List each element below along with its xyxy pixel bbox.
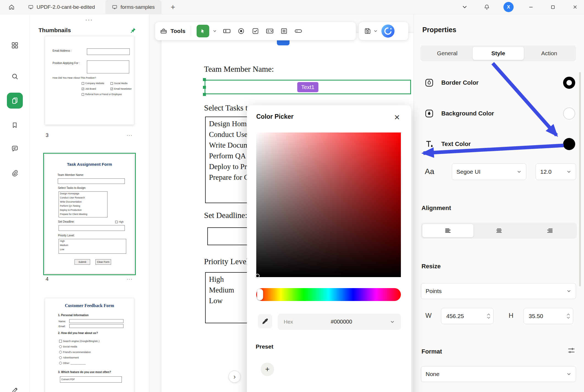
add-preset-button[interactable]: + (261, 363, 274, 376)
select-tool-button[interactable] (197, 25, 209, 37)
width-input[interactable]: 456.25 (441, 308, 494, 324)
radio-button-tool[interactable] (237, 27, 246, 35)
grid-icon (11, 42, 19, 49)
eyedropper-button[interactable] (258, 314, 272, 328)
chevron-down-icon (566, 289, 571, 294)
comment-icon (11, 145, 19, 153)
border-color-swatch[interactable] (563, 77, 575, 89)
page-3-more-button[interactable]: ··· (126, 132, 133, 138)
dropdown-field-icon (266, 27, 274, 35)
tab-style[interactable]: Style (473, 47, 524, 60)
signature-tool-button[interactable] (9, 384, 21, 392)
form-title: Customer Feedback Form (45, 303, 134, 308)
resize-unit-select[interactable]: Points (421, 283, 576, 299)
attachments-button[interactable] (9, 167, 21, 179)
button-tool[interactable] (294, 27, 303, 35)
minimize-button[interactable] (526, 2, 536, 12)
alignment-label: Alignment (422, 205, 451, 212)
page-5-thumbnail[interactable]: Customer Feedback Form 1. Personal Infor… (45, 298, 134, 392)
pages-icon (11, 96, 19, 105)
width-value: 456.25 (446, 313, 464, 319)
maximize-button[interactable] (548, 2, 558, 12)
color-cursor[interactable] (255, 274, 260, 278)
color-picker-dialog: Color Picker ✕ Hex #000000 Preset + (247, 105, 411, 392)
resize-handle[interactable] (203, 86, 206, 89)
align-right-button[interactable] (524, 224, 575, 237)
form-label: Priority Level: (58, 234, 75, 237)
hex-input[interactable]: Hex #000000 (278, 314, 401, 330)
align-center-button[interactable] (473, 224, 525, 237)
comments-button[interactable] (9, 143, 21, 155)
width-stepper[interactable] (487, 313, 491, 319)
hue-cursor[interactable] (257, 289, 263, 300)
tab-general[interactable]: General (422, 47, 473, 60)
align-left-button[interactable] (422, 224, 473, 237)
resize-handle[interactable] (203, 78, 206, 81)
secondary-toolbar (359, 22, 409, 40)
align-left-icon (444, 227, 451, 234)
page-3-thumbnail[interactable]: Email Address : Position Applying For : … (45, 36, 134, 125)
bookmarks-button[interactable] (9, 119, 21, 131)
chevron-down-icon (390, 319, 395, 324)
document-tab-icon (28, 4, 34, 10)
page-4-more-button[interactable]: ··· (126, 276, 133, 282)
tabs-dropdown-button[interactable] (459, 2, 470, 12)
thumbnails-panel-title: Thumbnails (38, 27, 71, 34)
expand-page-controls-button[interactable]: › (228, 371, 241, 383)
text-color-swatch[interactable] (563, 138, 575, 150)
resize-label: Resize (422, 263, 441, 270)
height-input[interactable]: 35.50 (524, 308, 573, 324)
home-button[interactable] (5, 1, 18, 13)
text-color-label: Text Color (441, 140, 471, 148)
properties-panel: Properties General Style Action Border C… (414, 14, 584, 392)
format-select[interactable]: None (421, 366, 576, 382)
panels-grid-button[interactable] (9, 39, 21, 51)
page-number: 4 (46, 276, 49, 282)
titlebar: UPDF-2.0-cant-be-edited forms-samples + … (0, 0, 584, 14)
checkbox-option: Referral from a Friend or Employee (82, 93, 122, 96)
checkbox-tool[interactable] (251, 27, 260, 35)
resize-handle[interactable] (203, 93, 206, 96)
font-family-value: Segoe UI (456, 169, 481, 175)
page-4-thumbnail[interactable]: Task Assignment Form Team Member Name: S… (45, 154, 134, 274)
panel-scrollbar[interactable] (579, 72, 581, 286)
hue-slider[interactable] (256, 288, 401, 301)
maximize-icon (550, 5, 555, 10)
format-options-icon[interactable] (567, 346, 576, 355)
tab-action[interactable]: Action (524, 47, 575, 60)
submit-button: Submit (75, 259, 90, 265)
text-field-selected[interactable]: Text1 (205, 80, 411, 94)
chevron-down-icon (462, 4, 467, 10)
font-size-select[interactable]: 12.0 (536, 163, 576, 180)
app-window: UPDF-2.0-cant-be-edited forms-samples + … (0, 0, 584, 392)
new-tab-button[interactable]: + (168, 3, 178, 12)
tab-forms-samples[interactable]: forms-samples (105, 0, 161, 14)
saturation-value-area[interactable] (256, 132, 401, 277)
height-stepper[interactable] (566, 313, 570, 319)
properties-tabs: General Style Action (420, 45, 576, 61)
thumbnails-panel-button[interactable] (7, 93, 23, 109)
select-tool-dropdown[interactable] (213, 29, 217, 33)
feature-value: Convert PDF (60, 377, 122, 382)
font-family-select[interactable]: Segoe UI (452, 163, 526, 180)
background-color-swatch[interactable] (563, 107, 575, 120)
text-field-icon (223, 27, 231, 35)
preset-label: Preset (256, 343, 273, 350)
user-avatar[interactable]: X (503, 2, 514, 12)
tools-button[interactable]: Tools (160, 27, 185, 35)
updf-ai-button[interactable] (381, 24, 395, 38)
save-button[interactable] (363, 27, 372, 35)
close-icon[interactable]: ✕ (392, 112, 402, 122)
dropdown-tool[interactable] (265, 27, 274, 35)
text-field-tool[interactable] (222, 27, 231, 35)
listbox-tool[interactable] (280, 27, 288, 35)
notifications-button[interactable] (481, 2, 492, 12)
save-dropdown[interactable] (373, 29, 378, 33)
close-button[interactable] (570, 2, 580, 12)
panel-drag-handle[interactable]: ••• (30, 18, 149, 22)
eyedropper-icon (261, 318, 269, 325)
search-button[interactable] (9, 70, 21, 82)
pin-icon[interactable] (129, 27, 136, 34)
page-3-meta: 3 ··· (46, 131, 133, 139)
tab-updf-file[interactable]: UPDF-2.0-cant-be-edited (21, 0, 101, 14)
